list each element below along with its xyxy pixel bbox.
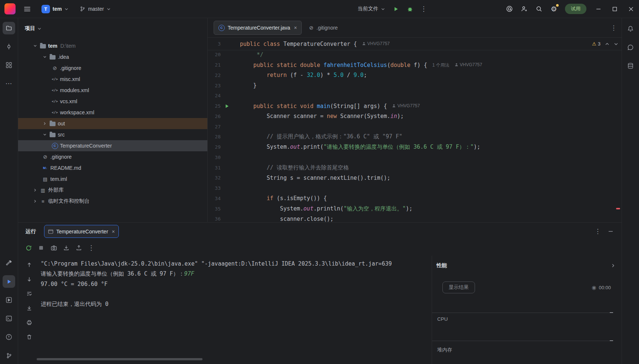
- code-line[interactable]: 23 }: [208, 80, 622, 91]
- author-inlay-hint[interactable]: VHVG7757: [362, 41, 390, 46]
- down-stack-trace-button[interactable]: [24, 274, 34, 284]
- main-menu-button[interactable]: [21, 3, 33, 15]
- stop-button[interactable]: [36, 243, 46, 253]
- commit-tool-button[interactable]: [3, 40, 15, 53]
- code-line[interactable]: 34 if (s.isEmpty()) {: [208, 193, 622, 204]
- inspection-warnings-badge[interactable]: ⚠ 3: [592, 41, 600, 47]
- tree-item[interactable]: temD:\tem: [18, 40, 207, 51]
- code-line[interactable]: 36 scanner.close();: [208, 214, 622, 222]
- ai-assistant-button[interactable]: [503, 3, 516, 15]
- code-line[interactable]: 30: [208, 152, 622, 163]
- search-everywhere-button[interactable]: [533, 3, 545, 15]
- tree-item[interactable]: </>workspace.xml: [18, 107, 207, 118]
- code-line[interactable]: 27: [208, 121, 622, 132]
- editor-tab-gitignore[interactable]: ⊘ .gitignore: [305, 21, 342, 34]
- code-line[interactable]: 3public class TemperatureConverter {VHVG…: [208, 38, 622, 50]
- code-line[interactable]: 28 // 提示用户输入，格式示例："36.6 C" 或 "97 F": [208, 132, 622, 142]
- run-button[interactable]: [389, 3, 402, 15]
- chevron-right-icon[interactable]: [611, 263, 615, 268]
- tree-item[interactable]: src: [18, 129, 207, 140]
- export-button[interactable]: [61, 243, 71, 253]
- code-line[interactable]: 29 System.out.print("请输入要转换的温度与单位（例如 36.…: [208, 142, 622, 152]
- build-tool-button[interactable]: [3, 257, 15, 269]
- more-run-actions-button[interactable]: ⋮: [418, 3, 430, 15]
- minimize-button[interactable]: [590, 0, 606, 18]
- version-control-tool-button[interactable]: [3, 349, 15, 362]
- tree-chevron-icon[interactable]: [31, 44, 39, 48]
- tree-item[interactable]: .idea: [18, 51, 207, 63]
- run-tab-temperatureconverter[interactable]: TemperatureConverter ×: [44, 225, 119, 238]
- notifications-button[interactable]: [624, 23, 637, 35]
- show-results-button[interactable]: 显示结果: [442, 282, 475, 293]
- terminal-tool-button[interactable]: [3, 312, 15, 325]
- rerun-button[interactable]: [23, 243, 34, 253]
- project-widget[interactable]: T tem: [39, 3, 71, 15]
- tree-chevron-icon[interactable]: [31, 199, 39, 203]
- code-line[interactable]: 22 return (f - 32.0) * 5.0 / 9.0;: [208, 70, 622, 81]
- maximize-button[interactable]: [606, 0, 623, 18]
- vcs-branch-widget[interactable]: master: [77, 4, 114, 13]
- soft-wrap-button[interactable]: [24, 289, 34, 299]
- tree-item[interactable]: ⊘.gitignore: [18, 151, 207, 162]
- tree-item[interactable]: ▥外部库: [18, 185, 207, 196]
- scroll-to-end-button[interactable]: [24, 303, 34, 313]
- sticky-header-line[interactable]: 3public class TemperatureConverter {VHVG…: [208, 38, 622, 50]
- database-tool-button[interactable]: [624, 60, 637, 72]
- author-inlay-hint[interactable]: VHVG7757: [392, 103, 420, 108]
- run-panel-options-kebab-icon[interactable]: ⋮: [595, 228, 601, 235]
- run-gutter-icon[interactable]: [221, 104, 233, 108]
- editor-tab-temperatureconverter[interactable]: C TemperatureConverter.java ×: [214, 21, 302, 35]
- code-line[interactable]: 33: [208, 183, 622, 193]
- usages-inlay-hint[interactable]: 1 个用法: [432, 62, 449, 68]
- print-button[interactable]: [24, 317, 34, 328]
- more-tool-windows-button[interactable]: ⋯: [3, 77, 15, 90]
- tree-item[interactable]: </>modules.xml: [18, 85, 207, 96]
- run-configuration-selector[interactable]: 当前文件: [355, 4, 388, 14]
- tree-item[interactable]: ≡临时文件和控制台: [18, 196, 207, 207]
- editor-area[interactable]: C TemperatureConverter.java × ⊘ .gitigno…: [208, 18, 622, 222]
- console-output[interactable]: "C:\Program Files\Java\jdk-25.0.2\bin\ja…: [41, 259, 429, 310]
- tab-options-kebab-icon[interactable]: ⋮: [610, 24, 617, 32]
- tree-item[interactable]: </>vcs.xml: [18, 96, 207, 107]
- problems-tool-button[interactable]: [3, 331, 15, 343]
- code-lines[interactable]: 20 */21 public static double fahrenheitT…: [208, 50, 622, 222]
- tab-close-icon[interactable]: ×: [294, 25, 297, 31]
- project-tool-button[interactable]: [3, 22, 15, 34]
- run-tool-window-button[interactable]: [3, 275, 15, 288]
- tree-item[interactable]: CTemperatureConverter: [18, 140, 207, 151]
- run-tab-close-icon[interactable]: ×: [112, 229, 115, 235]
- console-more-actions-button[interactable]: ⋮: [86, 243, 97, 253]
- tree-chevron-icon[interactable]: [41, 55, 48, 59]
- tree-chevron-icon[interactable]: [31, 188, 39, 192]
- code-line[interactable]: 25 public static void main(String[] args…: [208, 101, 622, 111]
- clear-console-button[interactable]: [24, 332, 34, 342]
- next-problem-chevron-icon[interactable]: [614, 42, 618, 46]
- tree-item[interactable]: ⊘.gitignore: [18, 63, 207, 74]
- prev-problem-chevron-icon[interactable]: [605, 42, 609, 46]
- code-with-me-button[interactable]: [518, 3, 531, 15]
- code-line[interactable]: 26 Scanner scanner = new Scanner(System.…: [208, 111, 622, 122]
- code-line[interactable]: 24: [208, 91, 622, 101]
- capture-snapshot-button[interactable]: [48, 243, 59, 253]
- console-horizontal-scrollbar[interactable]: [37, 358, 203, 360]
- code-line[interactable]: 20 */: [208, 50, 622, 60]
- debug-button[interactable]: [404, 3, 416, 15]
- tree-chevron-icon[interactable]: [41, 133, 48, 136]
- code-line[interactable]: 32 String s = scanner.nextLine().trim();: [208, 173, 622, 183]
- tree-item[interactable]: ▤tem.iml: [18, 173, 207, 185]
- settings-button[interactable]: ⚙: [548, 3, 560, 15]
- up-stack-trace-button[interactable]: [24, 260, 34, 270]
- code-line[interactable]: 35 System.out.println("输入为空，程序退出。");: [208, 203, 622, 214]
- author-inlay-hint[interactable]: VHVG7757: [455, 62, 482, 67]
- tree-item[interactable]: out: [18, 118, 207, 129]
- trial-button[interactable]: 试用: [565, 4, 586, 14]
- ai-chat-tool-button[interactable]: [624, 41, 637, 54]
- services-tool-button[interactable]: [3, 294, 15, 306]
- tree-chevron-icon[interactable]: [41, 122, 48, 125]
- close-window-button[interactable]: [623, 0, 639, 18]
- error-stripe-mark[interactable]: [616, 208, 620, 209]
- import-button[interactable]: [74, 243, 84, 253]
- tree-item[interactable]: M↓README.md: [18, 162, 207, 173]
- chevron-down-icon[interactable]: [37, 27, 41, 31]
- code-line[interactable]: 21 public static double fahrenheitToCels…: [208, 60, 622, 70]
